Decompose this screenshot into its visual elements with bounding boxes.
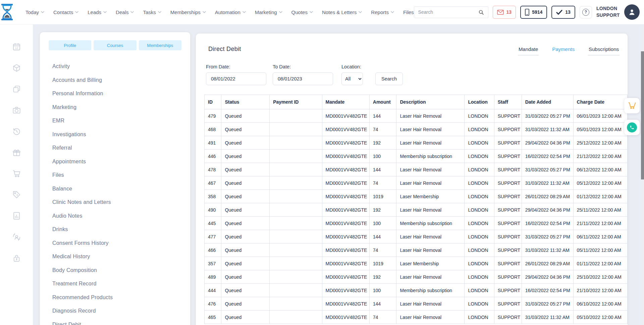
table-row[interactable]: 466QueuedMD0001VV482GTE74Laser Hair Remo…	[205, 243, 628, 257]
copy-icon[interactable]	[12, 85, 21, 94]
table-cell: 26/01/2022 08:29 AM	[522, 257, 573, 270]
table-row[interactable]: 357QueuedMD0001VV482GTE1019Laser Members…	[205, 257, 628, 270]
table-row[interactable]: 477QueuedMD0001VV482GTE144Laser Hair Rem…	[205, 230, 628, 243]
sidebar-item-appointments[interactable]: Appointments	[52, 155, 181, 169]
table-row[interactable]: 476QueuedMD0001VV482GTE144Laser Hair Rem…	[205, 297, 628, 311]
table-cell: MD0001VV482GTE	[322, 311, 369, 324]
table-cell: LONDON	[465, 243, 494, 257]
user-sync-icon[interactable]	[12, 232, 21, 241]
table-cell: 74	[369, 176, 396, 190]
table-cell: LONDON	[465, 257, 494, 270]
price-tag-icon[interactable]: $	[12, 190, 21, 199]
table-row[interactable]: 468QueuedMD0001VV482GTE74Laser Hair Remo…	[205, 123, 628, 136]
table-cell: LONDON	[465, 136, 494, 150]
sidebar-item-clinic-notes-and-letters[interactable]: Clinic Notes and Letters	[52, 196, 181, 209]
tab-subscriptions[interactable]: Subscriptions	[588, 46, 620, 55]
nav-item-notes-letters[interactable]: Notes & Letters	[322, 9, 362, 15]
from-date-input[interactable]	[206, 72, 266, 85]
table-row[interactable]: 491QueuedMD0001VV482GTE192Laser Hair Rem…	[205, 136, 628, 150]
table-row[interactable]: 478QueuedMD0001VV482GTE144Laser Hair Rem…	[205, 163, 628, 176]
sidebar-item-investigations[interactable]: Investigations	[52, 128, 181, 142]
chevron-down-icon	[359, 11, 362, 13]
table-row[interactable]: 467QueuedMD0001VV482GTE74Laser Hair Remo…	[205, 176, 628, 190]
filter-search-button[interactable]: Search	[375, 72, 403, 85]
nav-item-label: Quotes	[291, 9, 308, 15]
report-icon[interactable]	[12, 211, 21, 220]
calendar-icon[interactable]: 12	[12, 42, 21, 51]
nav-item-files[interactable]: Files	[403, 9, 414, 15]
nav-item-automation[interactable]: Automation	[215, 9, 246, 15]
nav-item-deals[interactable]: Deals	[116, 9, 134, 15]
table-cell: SUPPORT	[494, 123, 522, 136]
tab-payments[interactable]: Payments	[551, 46, 575, 55]
table-row[interactable]: 446QueuedMD0001VV482GTE100Membership sub…	[205, 150, 628, 163]
sidebar-item-diagnosis-record[interactable]: Diagnosis Record	[52, 304, 181, 318]
mail-count: 13	[506, 9, 512, 15]
mail-badge[interactable]: 13	[493, 6, 516, 19]
app-logo[interactable]	[0, 3, 14, 21]
nav-item-marketing[interactable]: Marketing	[255, 9, 282, 15]
gift-icon[interactable]	[12, 148, 21, 157]
sidebar-item-direct-debit[interactable]: Direct Debit	[52, 318, 181, 325]
floating-phone-button[interactable]	[624, 120, 640, 135]
sidebar-item-recommended-products[interactable]: Recommended Products	[52, 291, 181, 305]
table-cell: MD0001VV482GTE	[322, 176, 369, 190]
nav-item-memberships[interactable]: Memberships	[170, 9, 206, 15]
chevron-down-icon	[391, 11, 394, 13]
sidebar-item-activity[interactable]: Activity	[52, 60, 181, 73]
from-date-filter: From Date:	[206, 64, 266, 85]
scrollbar-thumb[interactable]	[641, 51, 644, 179]
nav-item-label: Automation	[215, 9, 240, 15]
table-cell: Queued	[221, 163, 270, 176]
table-cell: 31/03/2022 11:32 AM	[522, 311, 573, 324]
sidebar-item-body-composition[interactable]: Body Composition	[52, 264, 181, 277]
table-row[interactable]: 444QueuedMD0001VV482GTE100Membership sub…	[205, 284, 628, 297]
search-input[interactable]	[414, 9, 475, 15]
table-row[interactable]: 489QueuedMD0001VV482GTE192Laser Hair Rem…	[205, 270, 628, 284]
sidebar-item-drinks[interactable]: Drinks	[52, 223, 181, 236]
sidebar-item-marketing[interactable]: Marketing	[52, 101, 181, 114]
floating-cart-button[interactable]	[624, 98, 640, 113]
tab-mandate[interactable]: Mandate	[518, 46, 539, 55]
tasks-badge[interactable]: 13	[551, 6, 575, 19]
tab-memberships[interactable]: Memberships	[139, 40, 181, 50]
tab-profile[interactable]: Profile	[49, 40, 91, 50]
nav-item-reports[interactable]: Reports	[371, 9, 394, 15]
nav-item-tasks[interactable]: Tasks	[143, 9, 161, 15]
sidebar-item-referral[interactable]: Referral	[52, 141, 181, 155]
nav-item-quotes[interactable]: Quotes	[291, 9, 313, 15]
table-cell: Queued	[221, 123, 270, 136]
sidebar-item-accounts-and-billing[interactable]: Accounts and Billing	[52, 73, 181, 87]
help-button[interactable]: ?	[580, 6, 592, 18]
table-row[interactable]: 358QueuedMD0001VV482GTE1019Laser Members…	[205, 190, 628, 203]
sidebar-item-treatment-record[interactable]: Treatment Record	[52, 277, 181, 291]
direct-debit-panel: Direct Debit MandatePaymentsSubscription…	[196, 34, 628, 325]
cart-icon[interactable]	[12, 169, 21, 178]
lock-icon[interactable]	[12, 254, 21, 263]
sidebar-item-medical-history[interactable]: Medical History	[52, 250, 181, 264]
avatar[interactable]	[624, 4, 640, 20]
table-row[interactable]: 479QueuedMD0001VV482GTE144Laser Hair Rem…	[205, 109, 628, 123]
sidebar-item-personal-information[interactable]: Personal Information	[52, 87, 181, 101]
to-date-input[interactable]	[273, 72, 333, 85]
sidebar-item-emr[interactable]: EMR	[52, 114, 181, 128]
location-select[interactable]: All	[341, 72, 363, 85]
phone-badge[interactable]: 5914	[520, 6, 547, 19]
sidebar-item-audio-notes[interactable]: Audio Notes	[52, 209, 181, 223]
sidebar-item-consent-forms-history[interactable]: Consent Forms History	[52, 236, 181, 250]
history-icon[interactable]	[12, 127, 21, 136]
nav-item-contacts[interactable]: Contacts	[53, 9, 78, 15]
table-row[interactable]: 465QueuedMD0001VV482GTE74Laser Hair Remo…	[205, 311, 628, 324]
tab-courses[interactable]: Courses	[94, 40, 136, 50]
search-icon[interactable]	[475, 7, 488, 18]
package-icon[interactable]	[12, 63, 21, 72]
table-cell: 21/12/2022 12:00 AM	[573, 150, 627, 163]
table-row[interactable]: 445QueuedMD0001VV482GTE100Membership sub…	[205, 217, 628, 230]
column-header-amount: Amount	[369, 95, 396, 109]
camera-icon[interactable]	[12, 106, 21, 115]
nav-item-leads[interactable]: Leads	[88, 9, 107, 15]
table-row[interactable]: 490QueuedMD0001VV482GTE192Laser Hair Rem…	[205, 203, 628, 217]
sidebar-item-balance[interactable]: Balance	[52, 182, 181, 196]
sidebar-item-files[interactable]: Files	[52, 168, 181, 182]
nav-item-today[interactable]: Today	[25, 9, 44, 15]
